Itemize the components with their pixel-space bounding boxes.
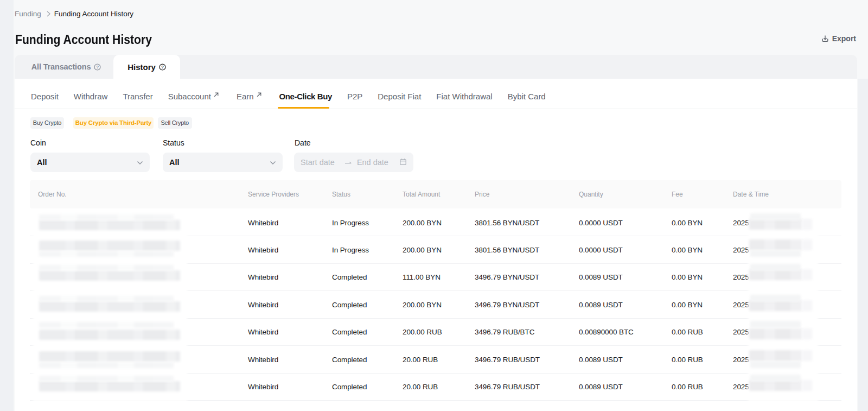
- svg-text:?: ?: [96, 65, 99, 69]
- svg-text:?: ?: [161, 65, 164, 69]
